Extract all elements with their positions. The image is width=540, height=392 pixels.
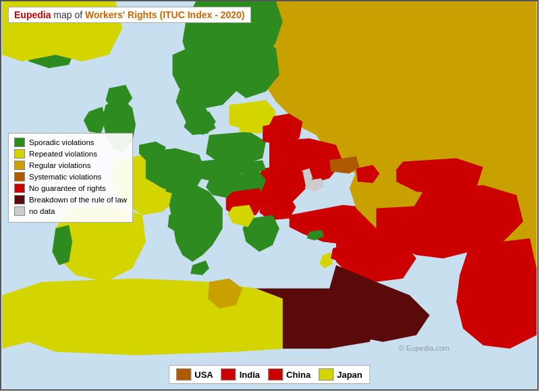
legend-item-systematic: Systematic violations (14, 172, 127, 181)
bottom-legend-usa: USA (176, 368, 213, 381)
legend-item-no-data: no data (14, 206, 127, 216)
bottom-label-china: China (286, 370, 310, 380)
legend-item-sporadic: Sporadic violations (14, 138, 127, 147)
legend-item-no-guarantee: No guarantee of rights (14, 184, 127, 193)
legend-item-regular: Regular violations (14, 161, 127, 170)
legend-label-no-data: no data (29, 207, 55, 215)
legend-label-breakdown: Breakdown of the rule of law (29, 196, 127, 204)
bottom-color-china (268, 368, 283, 381)
legend-color-no-data (14, 206, 25, 216)
brand-name: Eupedia (14, 9, 51, 20)
bottom-legend: USA India China Japan (169, 365, 370, 384)
legend-color-sporadic (14, 138, 25, 147)
india (456, 238, 537, 348)
legend-item-breakdown: Breakdown of the rule of law (14, 195, 127, 204)
legend-color-regular (14, 161, 25, 170)
legend-label-sporadic: Sporadic violations (29, 138, 94, 146)
legend-color-repeated (14, 149, 25, 159)
legend-item-repeated: Repeated violations (14, 149, 127, 159)
legend-label-no-guarantee: No guarantee of rights (29, 184, 106, 192)
bottom-label-japan: Japan (337, 370, 362, 380)
title-highlight: Workers' Rights (ITUC Index - 2020) (85, 9, 244, 20)
legend-label-regular: Regular violations (29, 161, 90, 169)
map-wrapper: Eupedia map of Workers' Rights (ITUC Ind… (0, 0, 539, 391)
bottom-color-india (221, 368, 236, 381)
north-africa-w (29, 279, 283, 356)
legend-color-systematic (14, 172, 25, 181)
bottom-legend-india: India (221, 368, 260, 381)
bottom-legend-japan: Japan (319, 368, 362, 381)
map-background: Eupedia map of Workers' Rights (ITUC Ind… (1, 1, 537, 389)
bottom-color-usa (176, 368, 191, 381)
bottom-color-japan (319, 368, 333, 381)
title-bar: Eupedia map of Workers' Rights (ITUC Ind… (8, 7, 251, 23)
title-prefix: map of (53, 9, 85, 20)
bottom-legend-china: China (268, 368, 310, 381)
bottom-label-india: India (240, 370, 260, 380)
legend-panel: Sporadic violations Repeated violations … (8, 133, 133, 223)
legend-label-systematic: Systematic violations (29, 173, 101, 181)
legend-label-repeated: Repeated violations (29, 150, 97, 158)
bottom-label-usa: USA (194, 370, 213, 380)
legend-color-no-guarantee (14, 184, 25, 193)
legend-color-breakdown (14, 195, 25, 204)
